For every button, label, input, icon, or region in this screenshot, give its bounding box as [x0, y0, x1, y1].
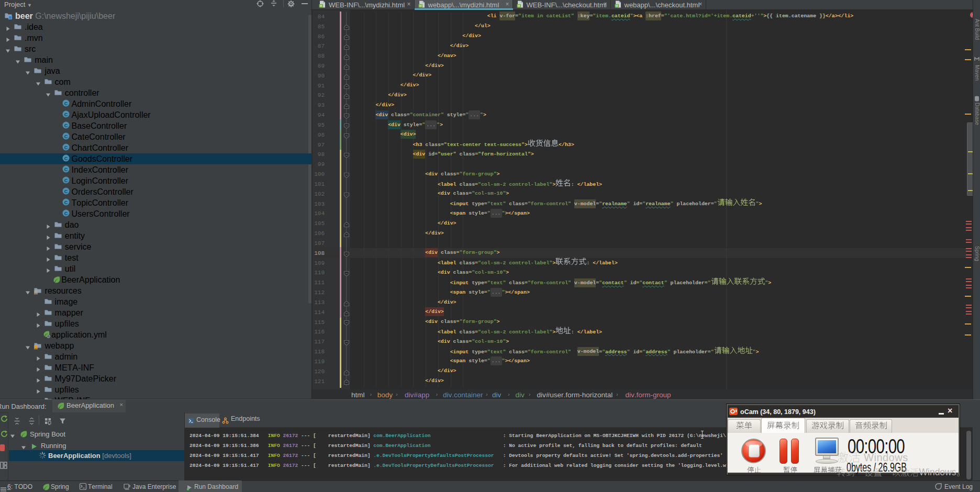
svg-text:C: C — [64, 189, 68, 194]
svg-text:H: H — [320, 4, 322, 7]
svg-text:C: C — [64, 123, 68, 128]
svg-text:C: C — [64, 101, 68, 106]
svg-text:H: H — [616, 4, 618, 7]
svg-text:C: C — [64, 134, 68, 139]
svg-text:H: H — [419, 4, 421, 7]
svg-text:C: C — [64, 156, 68, 161]
svg-text:C: C — [64, 200, 68, 205]
svg-text:C: C — [64, 145, 68, 150]
svg-text:C: C — [64, 167, 68, 172]
svg-text:C: C — [64, 178, 68, 183]
svg-text:H: H — [518, 4, 520, 7]
svg-text:C: C — [64, 211, 68, 216]
svg-text:C: C — [64, 112, 68, 117]
